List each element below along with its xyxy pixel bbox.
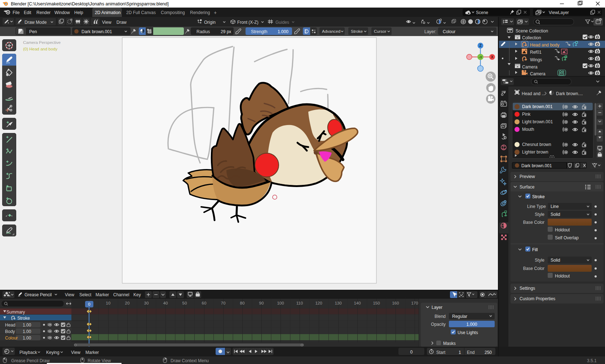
svg-text:Z: Z: [479, 44, 481, 48]
svg-text:-Y: -Y: [479, 55, 482, 59]
svg-text:X: X: [491, 55, 494, 59]
